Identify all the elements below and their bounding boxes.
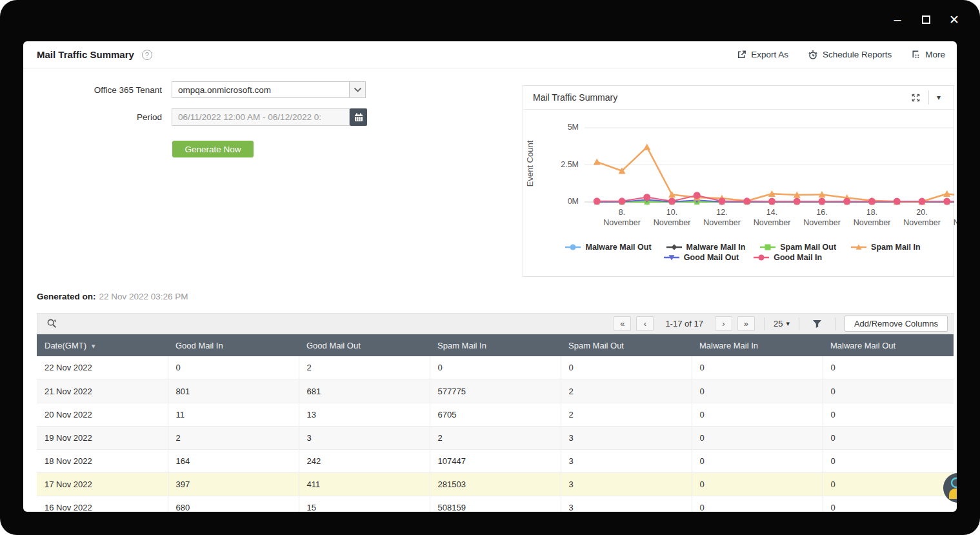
period-input[interactable]: 06/11/2022 12:00 AM - 06/12/2022 0: <box>172 108 350 126</box>
x-axis-label: 22.November <box>945 207 957 228</box>
chart-expand-button[interactable] <box>905 90 927 105</box>
export-as-label: Export As <box>751 50 788 59</box>
calendar-icon <box>354 112 364 123</box>
period-label: Period <box>59 112 162 122</box>
generated-on-label: Generated on: <box>37 292 96 301</box>
table-cell: 801 <box>168 379 299 403</box>
table-cell: 6705 <box>430 403 561 426</box>
more-label: More <box>925 50 945 59</box>
table-row[interactable]: 17 Nov 2022397411281503300 <box>37 472 954 496</box>
table-cell: 0 <box>561 356 692 379</box>
legend-item[interactable]: Good Mail Out <box>663 253 739 262</box>
table-cell: 0 <box>823 356 954 379</box>
maximize-button[interactable] <box>918 12 934 27</box>
table-row[interactable]: 21 Nov 2022801681577775200 <box>37 379 954 403</box>
table-cell: 11 <box>168 403 299 426</box>
export-as-button[interactable]: Export As <box>737 50 788 59</box>
table-cell: 16 Nov 2022 <box>37 496 168 512</box>
legend-label: Spam Mail In <box>871 243 920 252</box>
line-chart[interactable] <box>585 123 954 210</box>
caret-down-icon: ▾ <box>937 93 941 102</box>
column-header[interactable]: Malware Mail Out <box>823 334 954 356</box>
table-toolbar: « ‹ 1-17 of 17 › » 25 ▾ Add/Remove Colum… <box>37 313 954 334</box>
legend-marker-icon <box>753 254 770 261</box>
legend-item[interactable]: Malware Mail In <box>666 243 746 252</box>
calendar-button[interactable] <box>350 108 367 126</box>
schedule-reports-button[interactable]: Schedule Reports <box>808 50 892 60</box>
tenant-select[interactable]: ompqa.onmicrosoft.com <box>172 81 350 98</box>
minimize-button[interactable]: – <box>890 12 905 27</box>
sort-caret-icon: ▾ <box>92 342 95 350</box>
app-window: Mail Traffic Summary ? Export As Schedul… <box>23 41 957 512</box>
legend-item[interactable]: Malware Mail Out <box>565 243 651 252</box>
close-button[interactable]: ✕ <box>946 12 962 27</box>
table-cell: 3 <box>561 426 692 449</box>
chart-legend: Malware Mail Out Malware Mail In Spam Ma… <box>549 243 936 262</box>
table-cell: 2 <box>561 403 692 426</box>
legend-marker-icon <box>565 243 581 251</box>
table-cell: 0 <box>692 356 823 379</box>
tenant-select-caret[interactable] <box>350 81 366 98</box>
divider <box>835 318 835 330</box>
search-button[interactable] <box>43 316 61 332</box>
chart-title: Mail Traffic Summary <box>533 92 617 103</box>
legend-item[interactable]: Spam Mail Out <box>759 243 836 252</box>
table-row[interactable]: 19 Nov 2022232300 <box>37 426 954 449</box>
pagination-first-button[interactable]: « <box>614 316 631 331</box>
caret-down-icon: ▾ <box>786 319 790 328</box>
column-header[interactable]: Good Mail In <box>168 334 299 356</box>
table-cell: 508159 <box>430 496 561 512</box>
help-icon[interactable]: ? <box>142 50 152 60</box>
generated-on: Generated on:22 Nov 2022 03:26 PM <box>37 292 188 301</box>
column-header[interactable]: Spam Mail In <box>430 334 561 356</box>
generate-now-button[interactable]: Generate Now <box>172 141 254 157</box>
chart-menu-button[interactable]: ▾ <box>930 90 947 105</box>
page-size-dropdown[interactable]: 25 ▾ <box>774 319 790 328</box>
pagination-prev-button[interactable]: ‹ <box>636 316 654 331</box>
table-cell: 0 <box>823 496 954 512</box>
generated-on-value: 22 Nov 2022 03:26 PM <box>99 292 188 301</box>
table-cell: 0 <box>823 472 954 496</box>
table-cell: 2 <box>299 356 430 379</box>
legend-marker-icon <box>663 254 680 261</box>
pagination-last-button[interactable]: » <box>737 316 755 331</box>
table-cell: 0 <box>692 403 823 426</box>
table-cell: 0 <box>430 356 561 379</box>
x-axis-label: 20.November <box>895 207 949 228</box>
column-header[interactable]: Good Mail Out <box>299 334 430 356</box>
table-row[interactable]: 20 Nov 202211136705200 <box>37 403 954 426</box>
table-cell: 411 <box>299 472 430 496</box>
table-cell: 0 <box>823 426 954 449</box>
legend-item[interactable]: Good Mail In <box>753 253 822 262</box>
divider <box>928 90 929 105</box>
filter-button[interactable] <box>808 318 826 330</box>
x-axis-label: 16.November <box>795 207 849 228</box>
pagination-range: 1-17 of 17 <box>665 319 703 328</box>
table-cell: 3 <box>561 449 692 472</box>
table-row[interactable]: 16 Nov 202268015508159300 <box>37 496 954 512</box>
y-axis-tick: 2.5M <box>541 160 579 169</box>
header-actions: Export As Schedule Reports More <box>737 50 945 60</box>
pagination-next-button[interactable]: › <box>715 316 732 331</box>
column-header[interactable]: Date(GMT)▾ <box>37 334 168 356</box>
alarm-clock-icon <box>808 50 818 60</box>
table-cell: 21 Nov 2022 <box>37 379 168 403</box>
more-button[interactable]: More <box>911 50 945 59</box>
tenant-label: Office 365 Tenant <box>59 85 162 95</box>
legend-marker-icon <box>759 243 776 251</box>
legend-item[interactable]: Spam Mail In <box>850 243 920 252</box>
table-cell: 0 <box>692 496 823 512</box>
x-axis-label: 12.November <box>695 207 749 228</box>
table-cell: 164 <box>168 449 299 472</box>
add-remove-columns-button[interactable]: Add/Remove Columns <box>845 316 948 332</box>
legend-label: Spam Mail Out <box>780 243 836 252</box>
table-cell: 15 <box>299 496 430 512</box>
column-header[interactable]: Spam Mail Out <box>561 334 692 356</box>
chevron-down-icon <box>354 87 362 93</box>
table-cell: 281503 <box>430 472 561 496</box>
legend-marker-icon <box>666 243 683 251</box>
export-icon <box>737 50 746 59</box>
table-row[interactable]: 18 Nov 2022164242107447300 <box>37 449 954 472</box>
table-row[interactable]: 22 Nov 2022020000 <box>37 356 954 379</box>
column-header[interactable]: Malware Mail In <box>692 334 823 356</box>
